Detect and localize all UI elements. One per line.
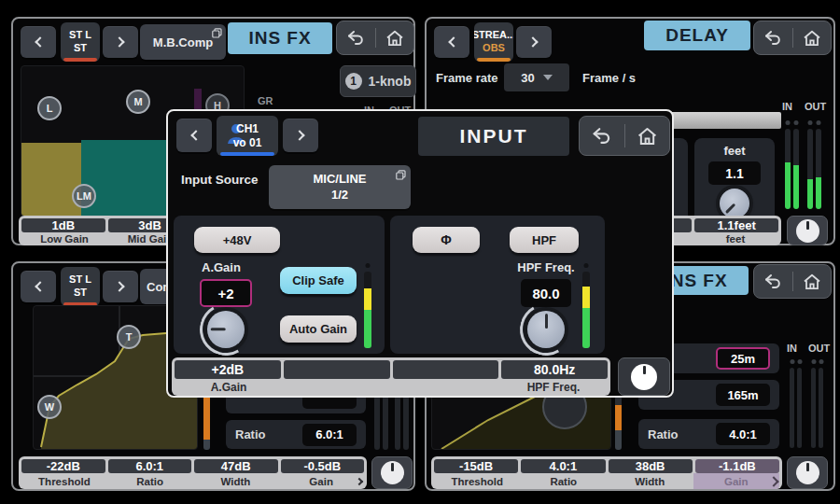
back-button[interactable] (340, 21, 371, 54)
prev-channel-button[interactable] (434, 26, 469, 58)
back-button[interactable] (757, 265, 789, 298)
param-label-ratio: Ratio (107, 476, 193, 487)
phantom-power-button[interactable]: +48V (194, 227, 280, 253)
input-source-line1: MIC/LINE (313, 172, 366, 188)
param-cell-feet[interactable]: 1.1feet (694, 218, 778, 232)
release-value[interactable]: 165m (716, 384, 770, 406)
knob-dial-icon (796, 219, 819, 243)
input-modal: CH1 vo 01 INPUT Input Source MIC/LINE 1/… (166, 109, 674, 398)
next-channel-button[interactable] (103, 271, 138, 302)
knob-tick (724, 203, 735, 213)
knob-assign-button[interactable] (787, 216, 828, 245)
home-icon (803, 273, 821, 290)
param-cell-width[interactable]: 47dB (194, 459, 278, 473)
footer-values: +2dB 80.0Hz (172, 357, 610, 379)
gr-label: GR (258, 95, 273, 106)
ratio-label: Ratio (648, 427, 679, 441)
channel-select-button[interactable]: ST L ST (61, 22, 100, 62)
home-button[interactable] (796, 265, 828, 298)
param-cell-width[interactable]: 38dB (609, 459, 693, 473)
next-channel-button[interactable] (283, 119, 318, 152)
hpf-button[interactable]: HPF (510, 227, 579, 253)
home-icon (637, 127, 658, 146)
param-cell-3[interactable] (393, 360, 499, 379)
knob-dial-icon (381, 461, 404, 484)
prev-channel-button[interactable] (21, 26, 56, 58)
param-cell-threshold[interactable]: -15dB (434, 459, 518, 473)
auto-gain-button[interactable]: Auto Gain (280, 315, 357, 343)
param-cell-gain[interactable]: -0.5dB (281, 459, 365, 473)
param-cell-threshold[interactable]: -22dB (21, 459, 105, 473)
delay-feet-box: feet 1.1 (694, 138, 775, 224)
param-label-ratio: Ratio (521, 476, 608, 487)
param-row-ratio: Ratio 4.0:1 (638, 419, 779, 449)
knob-tick (210, 328, 225, 330)
attack-value[interactable]: 25m (716, 347, 770, 370)
modal-title: INPUT (418, 117, 569, 156)
knob-assign-button[interactable] (371, 456, 413, 489)
home-button[interactable] (631, 117, 663, 155)
param-cell-ratio[interactable]: 6.0:1 (108, 459, 192, 473)
phase-button[interactable]: Φ (413, 227, 480, 253)
out-meter-right (819, 368, 823, 448)
band-node-lowmid[interactable]: LM (72, 184, 96, 208)
chevron-left-icon (448, 36, 458, 47)
home-button[interactable] (379, 21, 411, 54)
input-source-button[interactable]: MIC/LINE 1/2 (269, 165, 411, 209)
band-node-mid[interactable]: M (126, 90, 150, 114)
hpf-freq-label: HPF Freq. (508, 260, 584, 274)
band-node-low[interactable]: L (37, 96, 62, 120)
preamp-section: +48V A.Gain +2 Clip Safe Auto Gain (174, 216, 385, 354)
channel-sub: ST (74, 287, 87, 300)
in-meter-right (797, 368, 802, 448)
feet-value[interactable]: 1.1 (708, 161, 761, 185)
mixer-screen: ST L ST M.B.Comp INS FX L M H LM GR 1 1-… (0, 0, 840, 504)
prev-channel-button[interactable] (21, 271, 56, 302)
in-meter-right (793, 129, 799, 209)
chevron-left-icon (190, 130, 201, 140)
ratio-value[interactable]: 6.0:1 (302, 424, 357, 446)
knob-assign-button[interactable] (787, 456, 828, 489)
back-button[interactable] (586, 117, 618, 155)
param-cell-hpffreq[interactable]: 80.0Hz (501, 360, 608, 379)
one-knob-button[interactable]: 1 1-knob (340, 65, 416, 97)
knob-assign-button[interactable] (618, 357, 670, 396)
width-node[interactable]: W (37, 395, 62, 419)
footer-values: -22dB 6.0:1 47dB -0.5dB (19, 456, 367, 473)
frame-rate-value: 30 (521, 71, 534, 85)
chevron-right-icon (114, 36, 124, 47)
home-button[interactable] (796, 21, 828, 54)
back-button[interactable] (757, 21, 789, 54)
param-cell-again[interactable]: +2dB (175, 360, 281, 379)
param-row-ratio: Ratio 6.0:1 (226, 420, 366, 449)
next-channel-button[interactable] (103, 26, 138, 58)
back-icon (591, 127, 612, 145)
prev-channel-button[interactable] (176, 119, 212, 152)
param-cell-2[interactable] (284, 360, 390, 379)
param-cell-ratio[interactable]: 4.0:1 (521, 459, 605, 473)
next-channel-button[interactable] (516, 26, 552, 58)
ratio-value[interactable]: 4.0:1 (716, 423, 770, 445)
one-knob-badge: 1 (345, 73, 362, 90)
frame-rate-dropdown[interactable]: 30 (504, 63, 569, 91)
channel-select-button[interactable]: ST L ST (61, 267, 100, 306)
band-low-area (21, 143, 81, 217)
param-cell-gain[interactable]: -1.1dB (695, 459, 779, 473)
threshold-node[interactable]: T (117, 325, 141, 349)
param-cell-lowgain[interactable]: 1dB (21, 218, 105, 232)
delay-time-knob[interactable] (720, 189, 749, 218)
analog-gain-knob[interactable] (207, 311, 245, 348)
channel-sub: OBS (483, 42, 505, 55)
processor-select-button[interactable]: M.B.Comp (140, 24, 226, 60)
hpf-freq-knob[interactable] (527, 311, 565, 348)
param-label-width: Width (607, 476, 693, 487)
clip-safe-button[interactable]: Clip Safe (280, 267, 357, 294)
chevron-right-icon (527, 36, 538, 47)
channel-sub: ST (74, 42, 87, 55)
channel-select-button[interactable]: STREA... OBS (474, 22, 513, 62)
ratio-label: Ratio (235, 427, 266, 441)
channel-select-button[interactable]: CH1 vo 01 (217, 116, 278, 156)
hpf-level-meter (582, 272, 590, 348)
back-icon (763, 273, 782, 289)
copy-icon (212, 28, 222, 38)
